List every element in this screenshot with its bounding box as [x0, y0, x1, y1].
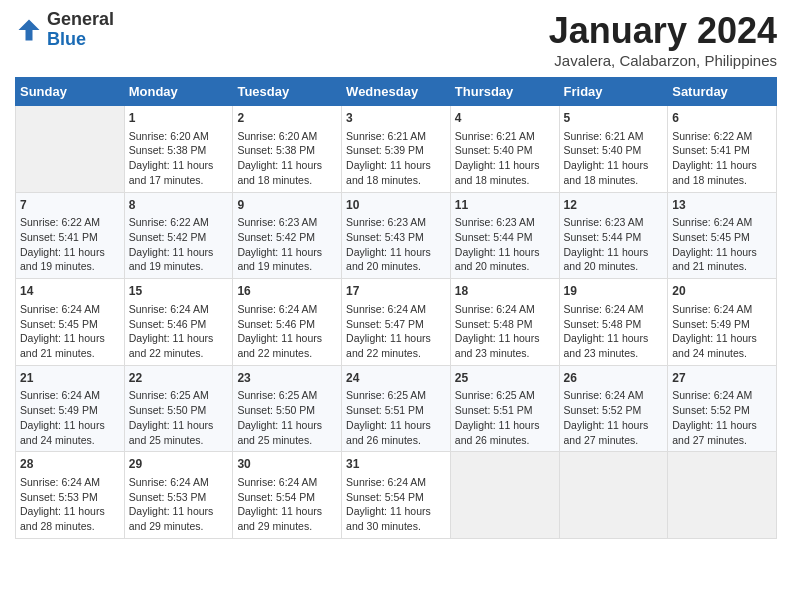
calendar-cell: 23Sunrise: 6:25 AMSunset: 5:50 PMDayligh… — [233, 365, 342, 452]
logo-icon — [15, 16, 43, 44]
calendar-cell: 12Sunrise: 6:23 AMSunset: 5:44 PMDayligh… — [559, 192, 668, 279]
day-info: Sunrise: 6:24 AMSunset: 5:49 PMDaylight:… — [20, 388, 120, 447]
day-number: 7 — [20, 197, 120, 214]
day-number: 16 — [237, 283, 337, 300]
day-number: 29 — [129, 456, 229, 473]
day-info: Sunrise: 6:24 AMSunset: 5:45 PMDaylight:… — [672, 215, 772, 274]
calendar-week-row: 21Sunrise: 6:24 AMSunset: 5:49 PMDayligh… — [16, 365, 777, 452]
day-info: Sunrise: 6:24 AMSunset: 5:53 PMDaylight:… — [20, 475, 120, 534]
day-number: 26 — [564, 370, 664, 387]
calendar-week-row: 7Sunrise: 6:22 AMSunset: 5:41 PMDaylight… — [16, 192, 777, 279]
day-number: 28 — [20, 456, 120, 473]
day-info: Sunrise: 6:25 AMSunset: 5:51 PMDaylight:… — [455, 388, 555, 447]
calendar-table: SundayMondayTuesdayWednesdayThursdayFrid… — [15, 77, 777, 539]
day-number: 22 — [129, 370, 229, 387]
calendar-cell: 5Sunrise: 6:21 AMSunset: 5:40 PMDaylight… — [559, 106, 668, 193]
weekday-header: Monday — [124, 78, 233, 106]
calendar-cell — [559, 452, 668, 539]
day-info: Sunrise: 6:24 AMSunset: 5:53 PMDaylight:… — [129, 475, 229, 534]
calendar-cell: 11Sunrise: 6:23 AMSunset: 5:44 PMDayligh… — [450, 192, 559, 279]
day-number: 6 — [672, 110, 772, 127]
weekday-header: Friday — [559, 78, 668, 106]
calendar-cell: 14Sunrise: 6:24 AMSunset: 5:45 PMDayligh… — [16, 279, 125, 366]
day-number: 19 — [564, 283, 664, 300]
calendar-week-row: 28Sunrise: 6:24 AMSunset: 5:53 PMDayligh… — [16, 452, 777, 539]
day-number: 21 — [20, 370, 120, 387]
calendar-cell: 9Sunrise: 6:23 AMSunset: 5:42 PMDaylight… — [233, 192, 342, 279]
calendar-cell: 29Sunrise: 6:24 AMSunset: 5:53 PMDayligh… — [124, 452, 233, 539]
calendar-cell: 31Sunrise: 6:24 AMSunset: 5:54 PMDayligh… — [342, 452, 451, 539]
day-number: 13 — [672, 197, 772, 214]
weekday-header: Thursday — [450, 78, 559, 106]
day-info: Sunrise: 6:24 AMSunset: 5:45 PMDaylight:… — [20, 302, 120, 361]
day-info: Sunrise: 6:24 AMSunset: 5:52 PMDaylight:… — [672, 388, 772, 447]
day-info: Sunrise: 6:24 AMSunset: 5:54 PMDaylight:… — [346, 475, 446, 534]
day-info: Sunrise: 6:24 AMSunset: 5:52 PMDaylight:… — [564, 388, 664, 447]
day-number: 1 — [129, 110, 229, 127]
day-info: Sunrise: 6:24 AMSunset: 5:54 PMDaylight:… — [237, 475, 337, 534]
calendar-cell — [16, 106, 125, 193]
logo: General Blue — [15, 10, 114, 50]
day-info: Sunrise: 6:22 AMSunset: 5:42 PMDaylight:… — [129, 215, 229, 274]
day-number: 17 — [346, 283, 446, 300]
calendar-cell: 10Sunrise: 6:23 AMSunset: 5:43 PMDayligh… — [342, 192, 451, 279]
calendar-cell: 16Sunrise: 6:24 AMSunset: 5:46 PMDayligh… — [233, 279, 342, 366]
day-number: 20 — [672, 283, 772, 300]
day-info: Sunrise: 6:23 AMSunset: 5:44 PMDaylight:… — [564, 215, 664, 274]
calendar-cell: 19Sunrise: 6:24 AMSunset: 5:48 PMDayligh… — [559, 279, 668, 366]
day-info: Sunrise: 6:20 AMSunset: 5:38 PMDaylight:… — [129, 129, 229, 188]
calendar-cell — [668, 452, 777, 539]
day-number: 15 — [129, 283, 229, 300]
logo-text: General Blue — [47, 10, 114, 50]
calendar-cell: 17Sunrise: 6:24 AMSunset: 5:47 PMDayligh… — [342, 279, 451, 366]
day-info: Sunrise: 6:24 AMSunset: 5:48 PMDaylight:… — [564, 302, 664, 361]
calendar-cell: 26Sunrise: 6:24 AMSunset: 5:52 PMDayligh… — [559, 365, 668, 452]
day-info: Sunrise: 6:25 AMSunset: 5:50 PMDaylight:… — [129, 388, 229, 447]
day-info: Sunrise: 6:22 AMSunset: 5:41 PMDaylight:… — [20, 215, 120, 274]
day-info: Sunrise: 6:21 AMSunset: 5:40 PMDaylight:… — [564, 129, 664, 188]
day-info: Sunrise: 6:24 AMSunset: 5:46 PMDaylight:… — [237, 302, 337, 361]
day-info: Sunrise: 6:25 AMSunset: 5:50 PMDaylight:… — [237, 388, 337, 447]
day-info: Sunrise: 6:20 AMSunset: 5:38 PMDaylight:… — [237, 129, 337, 188]
day-info: Sunrise: 6:22 AMSunset: 5:41 PMDaylight:… — [672, 129, 772, 188]
calendar-cell — [450, 452, 559, 539]
day-number: 4 — [455, 110, 555, 127]
calendar-cell: 3Sunrise: 6:21 AMSunset: 5:39 PMDaylight… — [342, 106, 451, 193]
calendar-cell: 6Sunrise: 6:22 AMSunset: 5:41 PMDaylight… — [668, 106, 777, 193]
calendar-week-row: 14Sunrise: 6:24 AMSunset: 5:45 PMDayligh… — [16, 279, 777, 366]
location-subtitle: Javalera, Calabarzon, Philippines — [549, 52, 777, 69]
logo-general: General — [47, 9, 114, 29]
day-number: 18 — [455, 283, 555, 300]
day-number: 3 — [346, 110, 446, 127]
day-number: 23 — [237, 370, 337, 387]
calendar-cell: 7Sunrise: 6:22 AMSunset: 5:41 PMDaylight… — [16, 192, 125, 279]
day-info: Sunrise: 6:24 AMSunset: 5:47 PMDaylight:… — [346, 302, 446, 361]
weekday-header: Saturday — [668, 78, 777, 106]
calendar-week-row: 1Sunrise: 6:20 AMSunset: 5:38 PMDaylight… — [16, 106, 777, 193]
weekday-header-row: SundayMondayTuesdayWednesdayThursdayFrid… — [16, 78, 777, 106]
day-number: 2 — [237, 110, 337, 127]
day-number: 14 — [20, 283, 120, 300]
day-info: Sunrise: 6:21 AMSunset: 5:39 PMDaylight:… — [346, 129, 446, 188]
day-info: Sunrise: 6:23 AMSunset: 5:42 PMDaylight:… — [237, 215, 337, 274]
title-block: January 2024 Javalera, Calabarzon, Phili… — [549, 10, 777, 69]
weekday-header: Wednesday — [342, 78, 451, 106]
calendar-cell: 8Sunrise: 6:22 AMSunset: 5:42 PMDaylight… — [124, 192, 233, 279]
day-info: Sunrise: 6:21 AMSunset: 5:40 PMDaylight:… — [455, 129, 555, 188]
calendar-cell: 2Sunrise: 6:20 AMSunset: 5:38 PMDaylight… — [233, 106, 342, 193]
day-info: Sunrise: 6:23 AMSunset: 5:44 PMDaylight:… — [455, 215, 555, 274]
calendar-cell: 24Sunrise: 6:25 AMSunset: 5:51 PMDayligh… — [342, 365, 451, 452]
day-number: 8 — [129, 197, 229, 214]
day-number: 27 — [672, 370, 772, 387]
day-number: 30 — [237, 456, 337, 473]
logo-blue: Blue — [47, 29, 86, 49]
calendar-cell: 22Sunrise: 6:25 AMSunset: 5:50 PMDayligh… — [124, 365, 233, 452]
calendar-cell: 21Sunrise: 6:24 AMSunset: 5:49 PMDayligh… — [16, 365, 125, 452]
weekday-header: Sunday — [16, 78, 125, 106]
calendar-cell: 25Sunrise: 6:25 AMSunset: 5:51 PMDayligh… — [450, 365, 559, 452]
page-header: General Blue January 2024 Javalera, Cala… — [15, 10, 777, 69]
calendar-cell: 27Sunrise: 6:24 AMSunset: 5:52 PMDayligh… — [668, 365, 777, 452]
day-number: 10 — [346, 197, 446, 214]
calendar-cell: 18Sunrise: 6:24 AMSunset: 5:48 PMDayligh… — [450, 279, 559, 366]
svg-marker-1 — [19, 19, 40, 40]
